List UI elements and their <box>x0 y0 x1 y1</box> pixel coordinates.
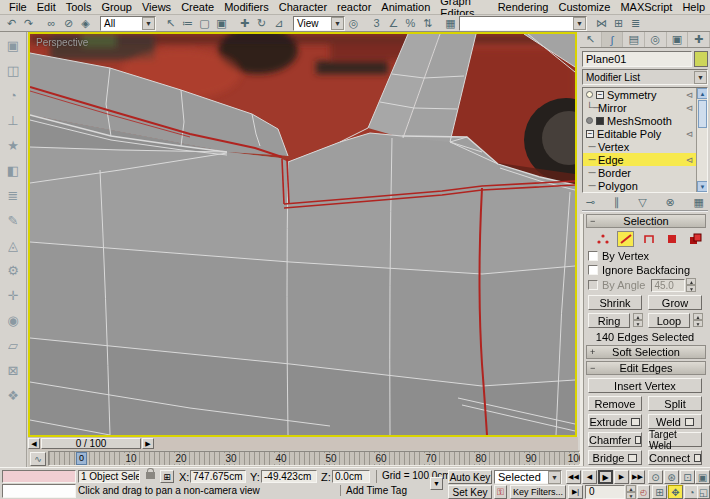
bridge-button[interactable]: Bridge <box>588 450 642 465</box>
loop-spinner[interactable]: ▲▼ <box>693 313 703 327</box>
select-object-icon[interactable]: ↖ <box>162 15 179 31</box>
left-toolbar-icon[interactable]: ❖ <box>3 385 24 405</box>
ring-button[interactable]: Ring <box>588 313 630 328</box>
left-toolbar-icon[interactable]: ⊠ <box>3 360 24 380</box>
selection-filter-dropdown[interactable]: All▼ <box>100 16 156 31</box>
vertex-subobject-icon[interactable] <box>594 231 611 247</box>
frame-forward-arrow[interactable]: ▶ <box>142 438 154 449</box>
window-crossing-icon[interactable]: ▣ <box>213 15 230 31</box>
menu-edit[interactable]: Edit <box>32 1 61 13</box>
chevron-down-icon[interactable]: ▼ <box>548 471 561 484</box>
loop-button[interactable]: Loop <box>648 313 690 328</box>
object-name-field[interactable]: Plane01 <box>582 51 692 67</box>
by-angle-value-field[interactable]: 45.0 <box>651 279 685 292</box>
by-vertex-checkbox[interactable] <box>588 251 598 261</box>
unlink-icon[interactable]: ⊘ <box>60 15 77 31</box>
left-toolbar-icon[interactable]: ▣ <box>3 35 24 55</box>
pin-icon[interactable]: ⊲ <box>685 90 693 100</box>
region-zoom-icon[interactable]: ⊞ <box>652 485 667 499</box>
left-toolbar-icon[interactable]: ⊥ <box>3 110 24 130</box>
left-toolbar-icon[interactable]: ★ <box>3 135 24 155</box>
next-frame-icon[interactable]: ▶ <box>614 470 629 484</box>
bulb-on-icon[interactable] <box>586 91 593 98</box>
pin-icon[interactable]: ⊲ <box>685 103 693 113</box>
menu-character[interactable]: Character <box>274 1 332 13</box>
menu-modifiers[interactable]: Modifiers <box>219 1 274 13</box>
menu-create[interactable]: Create <box>176 1 219 13</box>
chevron-down-icon[interactable]: ▼ <box>694 71 707 84</box>
absolute-mode-icon[interactable]: ⊞ <box>160 470 174 483</box>
stack-item-edge[interactable]: ─Edge⊲ <box>583 153 707 166</box>
tab-modify-icon[interactable]: ∫ <box>602 32 624 47</box>
modifier-list-dropdown[interactable]: Modifier List▼ <box>582 69 708 85</box>
remove-button[interactable]: Remove <box>588 396 642 411</box>
by-angle-checkbox[interactable] <box>588 280 598 290</box>
rect-selection-region-icon[interactable]: ▢ <box>196 15 213 31</box>
select-by-name-icon[interactable]: ≔ <box>179 15 196 31</box>
bulb-off-icon[interactable] <box>586 117 593 124</box>
add-time-tag[interactable]: Add Time Tag <box>340 485 407 496</box>
tab-create-icon[interactable]: ↖ <box>580 32 602 47</box>
next-key-icon[interactable]: ▶| <box>568 485 583 499</box>
menu-group[interactable]: Group <box>96 1 137 13</box>
spinner-snap-icon[interactable]: ⇅ <box>419 15 436 31</box>
tab-hierarchy-icon[interactable]: ▤ <box>623 32 645 47</box>
stack-item-symmetry[interactable]: −Symmetry⊲ <box>583 88 707 101</box>
left-toolbar-icon[interactable]: ◉ <box>3 310 24 330</box>
scroll-thumb[interactable] <box>698 100 707 128</box>
chevron-down-icon[interactable]: ▼ <box>430 477 443 490</box>
bind-spacewarp-icon[interactable]: ◈ <box>77 15 94 31</box>
time-spinner[interactable]: ▲▼ <box>626 485 636 499</box>
select-move-icon[interactable]: ✚ <box>236 15 253 31</box>
menu-reactor[interactable]: reactor <box>332 1 376 13</box>
settings-box-icon[interactable] <box>635 436 641 444</box>
make-unique-icon[interactable]: ▽ <box>638 196 646 209</box>
stack-scrollbar[interactable]: ▲ ▼ <box>696 88 707 192</box>
macro-recorder-field[interactable] <box>2 470 76 483</box>
left-toolbar-icon[interactable]: ✛ <box>3 285 24 305</box>
mini-curve-editor-icon[interactable]: ∿ <box>30 452 46 466</box>
menu-file[interactable]: File <box>4 1 32 13</box>
left-toolbar-icon[interactable]: ⚙ <box>3 260 24 280</box>
current-frame-marker[interactable]: 0 <box>76 452 87 465</box>
select-scale-icon[interactable]: ⊿ <box>270 15 287 31</box>
frame-back-arrow[interactable]: ◀ <box>28 438 40 449</box>
time-configuration-icon[interactable]: ◴ <box>637 485 650 499</box>
viewport-label[interactable]: Perspective <box>36 37 88 48</box>
expand-icon[interactable]: − <box>586 130 594 138</box>
min-max-toggle-icon[interactable]: ◱ <box>697 485 710 499</box>
previous-frame-icon[interactable]: ◀ <box>582 470 597 484</box>
ignore-backfacing-checkbox[interactable] <box>588 265 598 275</box>
border-subobject-icon[interactable] <box>640 231 657 247</box>
show-end-result-icon[interactable]: ∥ <box>614 196 620 209</box>
menu-help[interactable]: Help <box>677 1 710 13</box>
pin-icon[interactable]: ⊲ <box>685 129 693 139</box>
stack-item-mirror[interactable]: └─Mirror⊲ <box>583 101 707 114</box>
undo-icon[interactable]: ↶ <box>3 15 20 31</box>
left-toolbar-icon[interactable]: ◬ <box>3 235 24 255</box>
key-filters-button[interactable]: Key Filters... <box>510 485 566 499</box>
layer-manager-icon[interactable]: ≣ <box>627 15 644 31</box>
settings-box-icon[interactable] <box>685 418 694 426</box>
selection-lock-icon[interactable] <box>146 468 155 481</box>
y-coordinate-field[interactable]: -49.423cm <box>261 470 317 483</box>
use-pivot-center-icon[interactable]: ◎ <box>345 15 362 31</box>
expand-icon[interactable]: − <box>596 91 604 99</box>
stack-item-border[interactable]: ─Border <box>583 166 707 179</box>
tab-utilities-icon[interactable]: ✚ <box>688 32 710 47</box>
zoom-extents-icon[interactable]: ⊡ <box>680 470 695 484</box>
pin-stack-icon[interactable]: ⊸ <box>586 196 595 209</box>
extrude-button[interactable]: Extrude <box>588 414 642 429</box>
menu-animation[interactable]: Animation <box>376 1 435 13</box>
select-rotate-icon[interactable]: ↻ <box>253 15 270 31</box>
left-toolbar-icon[interactable]: ≣ <box>3 185 24 205</box>
remove-modifier-icon[interactable]: ⊗ <box>666 196 675 209</box>
x-coordinate-field[interactable]: 747.675cm <box>190 470 246 483</box>
left-toolbar-icon[interactable]: ◧ <box>3 160 24 180</box>
zoom-extents-all-icon[interactable]: ▣ <box>695 470 710 484</box>
zoom-all-icon[interactable]: ⊛ <box>664 470 679 484</box>
snap-toggle-3d-icon[interactable]: 3 <box>368 15 385 31</box>
menu-rendering[interactable]: Rendering <box>493 1 554 13</box>
target-weld-button[interactable]: Target Weld <box>648 432 702 447</box>
left-toolbar-icon[interactable]: ◔ <box>3 85 24 105</box>
